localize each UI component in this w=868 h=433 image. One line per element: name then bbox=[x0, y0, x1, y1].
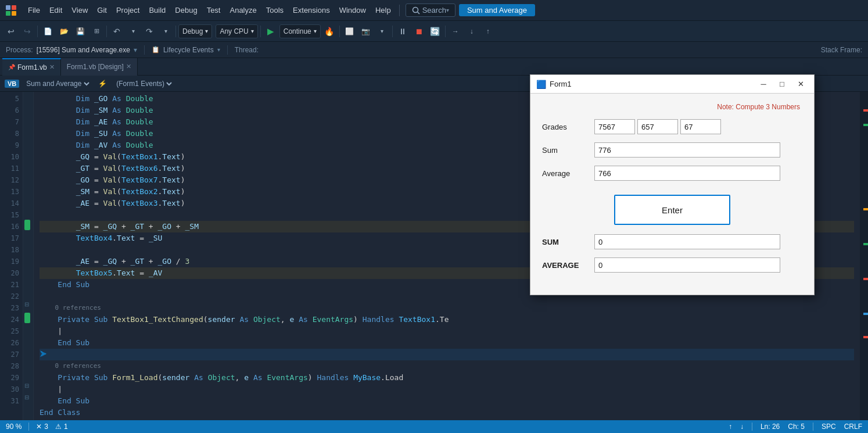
average-big-input[interactable] bbox=[594, 257, 780, 273]
debug-config-dropdown[interactable]: Debug ▾ bbox=[178, 24, 212, 38]
average-label: Average bbox=[542, 169, 589, 178]
svg-line-5 bbox=[417, 12, 419, 14]
forward-button[interactable]: ↪ bbox=[20, 24, 35, 39]
step-in[interactable]: ↓ bbox=[464, 24, 479, 39]
redo-dropdown[interactable]: ▾ bbox=[158, 24, 173, 39]
sum-input[interactable] bbox=[594, 142, 780, 158]
grade2-input[interactable] bbox=[637, 119, 678, 134]
continue-chevron: ▾ bbox=[314, 28, 317, 34]
average-input[interactable] bbox=[594, 166, 780, 181]
svg-rect-3 bbox=[12, 11, 16, 16]
undo-button[interactable]: ↶ bbox=[109, 24, 124, 39]
menu-debug[interactable]: Debug bbox=[170, 3, 202, 17]
lifecycle-icon: 📋 bbox=[152, 46, 160, 53]
step-over[interactable]: → bbox=[448, 24, 463, 39]
search-button[interactable]: Search ▾ bbox=[406, 3, 455, 17]
status-up-arrow: ↑ bbox=[729, 423, 732, 431]
status-errors[interactable]: ✕ 3 bbox=[36, 423, 48, 431]
stop-button[interactable]: ⏹ bbox=[411, 24, 426, 39]
status-zoom[interactable]: 90 % bbox=[6, 423, 21, 431]
toolbar-sep-2 bbox=[106, 26, 107, 37]
app-logo bbox=[3, 3, 19, 18]
run-icon: ▶ bbox=[263, 24, 278, 39]
process-label: Process: bbox=[6, 46, 33, 54]
search-label: Search bbox=[422, 6, 446, 15]
save-all-button[interactable]: ⊞ bbox=[89, 24, 104, 39]
menu-edit[interactable]: Edit bbox=[45, 3, 67, 17]
status-bar: 90 % ✕ 3 ⚠ 1 ↑ ↓ Ln: 26 Ch: 5 SPC CRLF bbox=[0, 420, 868, 433]
title-button[interactable]: Sum and Average bbox=[459, 4, 535, 16]
sum-label: Sum bbox=[542, 146, 589, 155]
code-line-27: Private Sub Form1_Load(sender As Object,… bbox=[40, 372, 854, 384]
window-maximize-button[interactable]: □ bbox=[774, 78, 790, 90]
menu-project[interactable]: Project bbox=[112, 3, 144, 17]
sum-big-label: SUM bbox=[542, 238, 589, 246]
pause-button[interactable]: ⏸ bbox=[395, 24, 410, 39]
new-file-button[interactable]: 📄 bbox=[40, 24, 55, 39]
tab-form1-design[interactable]: Form1.vb [Design] ✕ bbox=[61, 58, 138, 76]
lifecycle-label: Lifecycle Events bbox=[163, 46, 214, 54]
event-selector[interactable]: (Form1 Events) bbox=[114, 79, 174, 88]
toolbar-btn-8[interactable]: ▾ bbox=[375, 24, 390, 39]
menu-window[interactable]: Window bbox=[335, 3, 371, 17]
grade3-input[interactable] bbox=[680, 119, 721, 134]
svg-rect-1 bbox=[12, 5, 16, 10]
lifecycle-dropdown[interactable]: ▾ bbox=[217, 46, 220, 53]
status-sep-3 bbox=[813, 423, 813, 431]
status-right: ↑ ↓ Ln: 26 Ch: 5 SPC CRLF bbox=[729, 423, 862, 431]
warning-count: 1 bbox=[64, 423, 68, 431]
tab-form1-vb[interactable]: 📌 Form1.vb ✕ bbox=[2, 58, 61, 76]
toolbar-sep-1 bbox=[37, 26, 38, 37]
tab-close-2[interactable]: ✕ bbox=[126, 63, 131, 70]
menu-tools[interactable]: Tools bbox=[261, 3, 288, 17]
debug-config-chevron: ▾ bbox=[205, 28, 208, 34]
right-scroll-gutter[interactable] bbox=[860, 92, 868, 431]
status-warnings[interactable]: ⚠ 1 bbox=[55, 423, 68, 431]
toolbar-btn-6[interactable]: ⬜ bbox=[342, 24, 357, 39]
form1-title: Form1 bbox=[550, 80, 752, 88]
scroll-mark-green-2 bbox=[863, 243, 868, 245]
menu-file[interactable]: File bbox=[23, 3, 45, 17]
proc-dropdown[interactable]: ▾ bbox=[134, 46, 137, 54]
step-out[interactable]: ↑ bbox=[480, 24, 496, 39]
cpu-config-dropdown[interactable]: Any CPU ▾ bbox=[216, 24, 257, 38]
search-icon bbox=[412, 6, 420, 15]
menu-view[interactable]: View bbox=[67, 3, 92, 17]
menu-build[interactable]: Build bbox=[144, 3, 170, 17]
restart-button[interactable]: 🔄 bbox=[428, 24, 443, 39]
toolbar-sep-6 bbox=[392, 26, 393, 37]
menu-extensions[interactable]: Extensions bbox=[288, 3, 335, 17]
sum-big-input[interactable] bbox=[594, 234, 780, 249]
save-button[interactable]: 💾 bbox=[73, 24, 88, 39]
enter-button[interactable]: Enter bbox=[614, 195, 730, 225]
form1-note: Note: Compute 3 Numbers bbox=[542, 103, 802, 111]
back-button[interactable]: ↩ bbox=[3, 24, 19, 39]
code-gutter: ⊟ ⊟ ⊟ ⊟ bbox=[23, 92, 34, 431]
status-line-ending: CRLF bbox=[844, 423, 862, 431]
toolbar-btn-7[interactable]: 📷 bbox=[358, 24, 374, 39]
window-minimize-button[interactable]: ─ bbox=[756, 78, 771, 90]
process-value: [15596] Sum and Average.exe bbox=[37, 46, 130, 54]
thread-label: Thread: bbox=[235, 46, 259, 54]
svg-point-4 bbox=[413, 7, 418, 12]
tab-close-1[interactable]: ✕ bbox=[49, 63, 55, 71]
toolbar-sep-5 bbox=[339, 26, 340, 37]
zoom-value: 90 % bbox=[6, 423, 21, 431]
redo-button[interactable]: ↷ bbox=[142, 24, 157, 39]
menu-test[interactable]: Test bbox=[202, 3, 225, 17]
code-line-29: End Sub bbox=[40, 395, 854, 407]
menu-analyze[interactable]: Analyze bbox=[225, 3, 261, 17]
form1-window: 🟦 Form1 ─ □ ✕ Note: Compute 3 Numbers Gr… bbox=[530, 74, 815, 295]
grade-inputs bbox=[594, 119, 721, 134]
window-close-button[interactable]: ✕ bbox=[793, 78, 808, 90]
menu-help[interactable]: Help bbox=[371, 3, 396, 17]
menu-git[interactable]: Git bbox=[92, 3, 112, 17]
process-bar: Process: [15596] Sum and Average.exe ▾ 📋… bbox=[0, 42, 868, 58]
code-line-23: Private Sub TextBox1_TextChanged(sender … bbox=[40, 314, 854, 325]
continue-dropdown[interactable]: Continue ▾ bbox=[279, 24, 321, 38]
class-selector[interactable]: Sum and Average bbox=[24, 79, 91, 88]
undo-dropdown[interactable]: ▾ bbox=[125, 24, 141, 39]
error-icon: ✕ bbox=[36, 423, 42, 431]
open-button[interactable]: 📂 bbox=[56, 24, 71, 39]
grade1-input[interactable] bbox=[594, 119, 635, 134]
